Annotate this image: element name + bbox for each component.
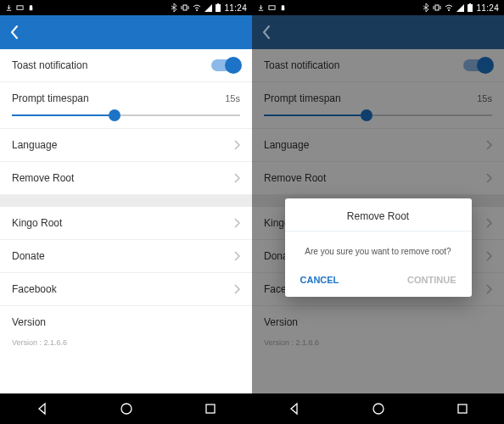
row-toast[interactable]: Toast notification xyxy=(0,49,252,82)
row-language[interactable]: Language xyxy=(0,129,252,162)
version-value: Version : 2.1.6.6 xyxy=(0,338,252,359)
dialog-message: Are you sure you want to remove root? xyxy=(285,232,472,275)
version-label: Version xyxy=(12,316,46,328)
signal-icon xyxy=(456,4,464,12)
signal-icon xyxy=(204,4,212,12)
android-icon xyxy=(279,4,287,12)
nav-bar xyxy=(252,393,504,424)
wifi-icon xyxy=(445,4,453,12)
nav-back-icon[interactable] xyxy=(287,401,302,416)
svg-rect-15 xyxy=(469,3,471,4)
svg-rect-17 xyxy=(458,404,467,413)
timespan-label: Prompt timespan xyxy=(12,92,89,104)
slider-fill xyxy=(12,114,115,116)
chevron-right-icon xyxy=(233,218,240,228)
svg-rect-9 xyxy=(269,5,275,9)
nav-home-icon[interactable] xyxy=(371,401,386,416)
slider-thumb[interactable] xyxy=(109,109,120,121)
wifi-icon xyxy=(193,4,201,12)
cancel-button[interactable]: CANCEL xyxy=(300,275,339,285)
toast-label: Toast notification xyxy=(12,59,87,71)
settings-content: Toast notification Prompt timespan 15s L… xyxy=(252,49,504,393)
svg-rect-2 xyxy=(30,7,33,10)
svg-rect-12 xyxy=(435,5,439,10)
slider-track xyxy=(12,114,240,116)
bluetooth-icon xyxy=(423,3,429,12)
app-bar xyxy=(0,15,252,49)
android-icon xyxy=(27,4,35,12)
remove-root-label: Remove Root xyxy=(12,172,74,184)
chevron-right-icon xyxy=(233,173,240,183)
toggle-switch[interactable] xyxy=(211,59,240,71)
svg-rect-8 xyxy=(206,404,215,413)
nav-home-icon[interactable] xyxy=(119,401,134,416)
language-label: Language xyxy=(12,139,57,151)
nav-bar xyxy=(0,393,252,424)
svg-point-13 xyxy=(448,9,450,11)
status-bar: 11:24 xyxy=(0,0,252,15)
app-bar xyxy=(252,15,504,49)
screen-icon xyxy=(268,4,276,12)
back-icon[interactable] xyxy=(8,24,20,41)
timespan-value: 15s xyxy=(225,93,240,103)
screen-icon xyxy=(16,4,24,12)
clock: 11:24 xyxy=(476,3,499,13)
battery-icon xyxy=(216,3,221,12)
battery-icon xyxy=(468,3,473,12)
section-gap xyxy=(0,195,252,207)
row-timespan[interactable]: Prompt timespan 15s xyxy=(0,82,252,114)
svg-rect-14 xyxy=(468,4,473,12)
dialog-title: Remove Root xyxy=(285,198,472,232)
svg-rect-11 xyxy=(282,7,285,10)
slider[interactable] xyxy=(0,114,252,129)
svg-point-4 xyxy=(196,9,198,11)
row-remove-root[interactable]: Remove Root xyxy=(0,162,252,195)
donate-label: Donate xyxy=(12,250,45,262)
vibrate-icon xyxy=(181,3,189,12)
facebook-label: Facebook xyxy=(12,283,57,295)
chevron-right-icon xyxy=(233,140,240,150)
settings-content: Toast notification Prompt timespan 15s L… xyxy=(0,49,252,393)
svg-point-16 xyxy=(373,404,384,414)
download-icon xyxy=(257,4,265,12)
status-bar: 11:24 xyxy=(252,0,504,15)
vibrate-icon xyxy=(433,3,441,12)
svg-point-7 xyxy=(121,404,132,414)
row-facebook[interactable]: Facebook xyxy=(0,273,252,306)
nav-recent-icon[interactable] xyxy=(203,401,218,416)
svg-rect-6 xyxy=(217,3,219,4)
phone-right: 11:24 Toast notification Prompt timespan… xyxy=(252,0,504,424)
remove-root-dialog: Remove Root Are you sure you want to rem… xyxy=(285,198,472,297)
nav-recent-icon[interactable] xyxy=(455,401,470,416)
bluetooth-icon xyxy=(171,3,177,12)
nav-back-icon[interactable] xyxy=(35,401,50,416)
dialog-actions: CANCEL CONTINUE xyxy=(285,275,472,297)
continue-button[interactable]: CONTINUE xyxy=(407,275,456,285)
download-icon xyxy=(5,4,13,12)
svg-rect-5 xyxy=(216,4,221,12)
row-version: Version xyxy=(0,306,252,338)
row-kingo[interactable]: Kingo Root xyxy=(0,207,252,240)
back-icon xyxy=(260,24,272,41)
phone-left: 11:24 Toast notification Prompt timespan… xyxy=(0,0,252,424)
chevron-right-icon xyxy=(233,251,240,261)
svg-rect-0 xyxy=(17,5,23,9)
svg-rect-3 xyxy=(183,5,187,10)
clock: 11:24 xyxy=(224,3,247,13)
chevron-right-icon xyxy=(233,284,240,294)
kingo-label: Kingo Root xyxy=(12,217,62,229)
row-donate[interactable]: Donate xyxy=(0,240,252,273)
